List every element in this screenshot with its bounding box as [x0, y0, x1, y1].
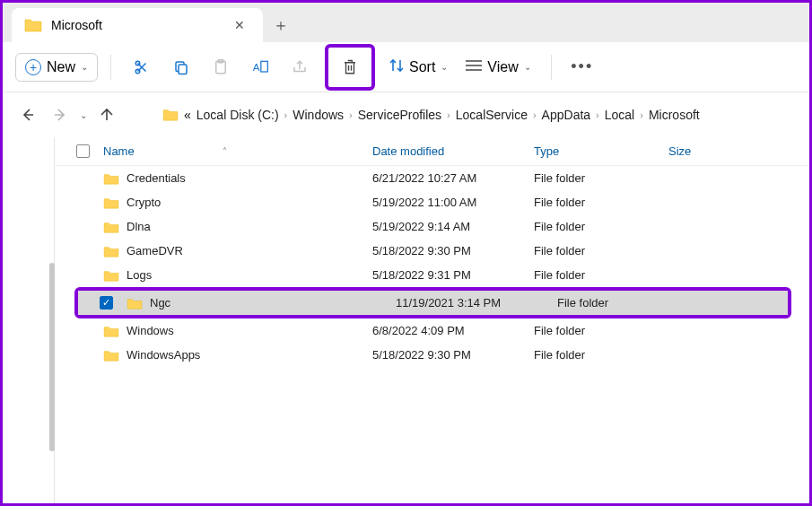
tab-microsoft[interactable]: Microsoft ✕	[12, 8, 263, 42]
column-size[interactable]: Size	[668, 144, 809, 158]
sort-button[interactable]: Sort ⌄	[382, 53, 455, 82]
file-name: Dlna	[127, 220, 151, 233]
folder-icon	[103, 245, 119, 257]
rename-icon: A	[251, 59, 269, 75]
plus-circle-icon: +	[25, 59, 41, 75]
navigation-pane[interactable]	[3, 137, 55, 503]
table-row[interactable]: Credentials6/21/2022 10:27 AMFile folder	[55, 166, 809, 190]
view-button[interactable]: View ⌄	[458, 54, 537, 81]
more-button[interactable]: •••	[564, 49, 600, 85]
breadcrumb-item[interactable]: Windows	[292, 108, 344, 122]
new-button[interactable]: + New ⌄	[15, 53, 98, 82]
column-name[interactable]: Name˄	[103, 144, 372, 158]
file-date: 5/19/2022 11:00 AM	[372, 196, 534, 209]
breadcrumb-overflow[interactable]: «	[184, 108, 191, 122]
scissors-icon	[134, 59, 150, 75]
new-tab-button[interactable]: ＋	[263, 8, 299, 42]
file-date: 6/21/2022 10:27 AM	[372, 171, 534, 185]
file-list: Credentials6/21/2022 10:27 AMFile folder…	[55, 166, 809, 367]
file-type: File folder	[534, 171, 668, 185]
breadcrumb-item[interactable]: LocalService	[456, 108, 528, 122]
table-row[interactable]: Dlna5/19/2022 9:14 AMFile folder	[55, 214, 809, 239]
chevron-right-icon: ›	[533, 109, 537, 120]
delete-button[interactable]	[328, 48, 371, 87]
svg-text:A: A	[253, 61, 260, 73]
chevron-right-icon: ›	[447, 109, 450, 120]
chevron-right-icon: ›	[349, 109, 353, 120]
sort-icon	[389, 58, 404, 76]
svg-rect-3	[179, 65, 187, 74]
folder-icon	[103, 221, 119, 233]
file-type: File folder	[534, 348, 668, 362]
up-button[interactable]	[94, 102, 119, 127]
file-name: GameDVR	[127, 244, 183, 257]
table-row[interactable]: GameDVR5/18/2022 9:30 PMFile folder	[55, 239, 809, 263]
arrow-up-icon	[100, 108, 114, 122]
file-type: File folder	[534, 324, 668, 337]
file-name: Credentials	[127, 171, 186, 185]
file-pane: Name˄ Date modified Type Size Credential…	[55, 137, 809, 503]
paste-button[interactable]	[203, 49, 239, 85]
file-date: 5/19/2022 9:14 AM	[372, 220, 534, 233]
breadcrumb-item[interactable]: AppData	[542, 108, 590, 122]
trash-icon	[342, 58, 358, 76]
file-name: Ngc	[150, 296, 170, 310]
breadcrumb-item[interactable]: Local Disk (C:)	[196, 108, 279, 122]
column-date[interactable]: Date modified	[372, 144, 534, 158]
new-label: New	[47, 59, 75, 75]
recent-dropdown[interactable]: ⌄	[80, 110, 87, 120]
rename-button[interactable]: A	[242, 49, 278, 85]
back-button[interactable]	[15, 102, 40, 127]
tab-bar: Microsoft ✕ ＋	[3, 3, 809, 42]
file-name: Crypto	[127, 196, 161, 209]
folder-icon	[103, 196, 119, 209]
nav-bar: ⌄ « Local Disk (C:)› Windows› ServicePro…	[3, 92, 809, 137]
arrow-right-icon	[53, 108, 67, 122]
sort-indicator-icon: ˄	[223, 146, 227, 156]
ellipsis-icon: •••	[571, 57, 593, 76]
file-type: File folder	[534, 244, 668, 257]
cut-button[interactable]	[124, 49, 160, 85]
sort-label: Sort	[409, 59, 435, 75]
file-name: Windows	[127, 324, 174, 337]
column-headers[interactable]: Name˄ Date modified Type Size	[55, 137, 809, 166]
chevron-right-icon: ›	[596, 109, 599, 120]
share-button[interactable]	[282, 49, 318, 85]
toolbar: + New ⌄ A Sort ⌄ View ⌄ •••	[3, 42, 809, 92]
separator	[110, 55, 111, 80]
select-all-checkbox[interactable]	[76, 144, 90, 158]
delete-highlight	[325, 44, 375, 91]
file-date: 5/18/2022 9:30 PM	[372, 244, 534, 257]
file-name: WindowsApps	[127, 348, 200, 362]
forward-button[interactable]	[48, 102, 73, 127]
chevron-down-icon: ⌄	[524, 62, 531, 72]
table-row[interactable]: ✓Ngc11/19/2021 3:14 PMFile folder	[78, 291, 788, 315]
chevron-down-icon: ⌄	[441, 62, 448, 72]
row-checkbox[interactable]: ✓	[100, 296, 113, 310]
share-icon	[292, 59, 308, 75]
breadcrumb[interactable]: « Local Disk (C:)› Windows› ServiceProfi…	[162, 108, 700, 122]
scrollbar[interactable]	[49, 263, 55, 451]
chevron-right-icon: ›	[640, 109, 643, 120]
tab-title: Microsoft	[51, 18, 220, 32]
column-type[interactable]: Type	[534, 144, 668, 158]
separator	[551, 55, 552, 80]
breadcrumb-item[interactable]: Microsoft	[649, 108, 700, 122]
view-label: View	[487, 59, 518, 75]
file-date: 6/8/2022 4:09 PM	[372, 324, 534, 337]
table-row[interactable]: Logs5/18/2022 9:31 PMFile folder	[55, 263, 809, 287]
copy-button[interactable]	[163, 49, 199, 85]
close-icon[interactable]: ✕	[229, 14, 250, 36]
file-type: File folder	[534, 220, 668, 233]
breadcrumb-item[interactable]: ServiceProfiles	[358, 108, 441, 122]
file-type: File folder	[534, 268, 668, 282]
table-row[interactable]: Windows6/8/2022 4:09 PMFile folder	[55, 318, 809, 343]
breadcrumb-item[interactable]: Local	[605, 108, 634, 122]
arrow-left-icon	[21, 108, 35, 122]
folder-icon	[103, 325, 119, 337]
folder-icon	[103, 349, 119, 362]
file-date: 11/19/2021 3:14 PM	[396, 296, 557, 310]
table-row[interactable]: Crypto5/19/2022 11:00 AMFile folder	[55, 190, 809, 214]
table-row[interactable]: WindowsApps5/18/2022 9:30 PMFile folder	[55, 343, 809, 367]
folder-icon	[103, 269, 119, 282]
